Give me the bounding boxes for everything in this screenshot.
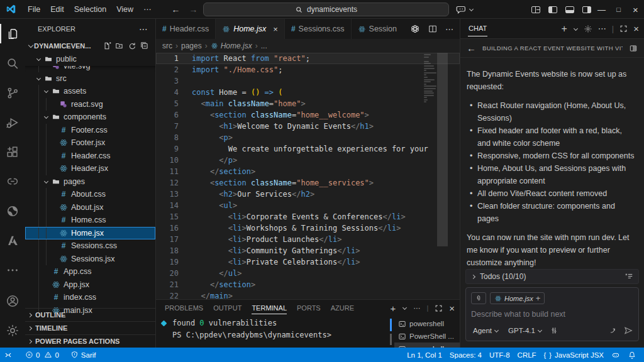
- minimap[interactable]: [424, 54, 436, 104]
- breadcrumb[interactable]: src›pages›Home.jsx›...: [156, 39, 460, 53]
- status-copilot[interactable]: [608, 348, 624, 362]
- scrollbar[interactable]: [437, 53, 448, 246]
- command-center-search[interactable]: dynamicevents: [203, 3, 449, 16]
- toggle-secondary-sidebar-icon[interactable]: [582, 6, 591, 13]
- maximize-panel-icon[interactable]: [619, 25, 628, 33]
- chevron-down-icon[interactable]: [573, 26, 578, 31]
- tree-item-footer-css[interactable]: #Footer.css: [25, 124, 155, 137]
- toggle-panel-icon[interactable]: [565, 6, 574, 13]
- collapse-folders-icon[interactable]: [140, 41, 149, 50]
- tree-item-home-css[interactable]: #Home.css: [25, 214, 155, 227]
- terminal-output[interactable]: found 0 vulnerabilitiesPS C:\ppdev\ready…: [156, 317, 389, 348]
- status-language-mode[interactable]: { }JavaScript JSX: [540, 348, 608, 362]
- customize-layout-icon[interactable]: [531, 6, 540, 13]
- new-folder-icon[interactable]: [115, 41, 124, 50]
- chat-input-box[interactable]: Home.jsx + Describe what to build next A…: [465, 287, 639, 341]
- close-tab-icon[interactable]: ×: [273, 25, 278, 34]
- tab-home-jsx[interactable]: Home.jsx×: [216, 19, 285, 39]
- configure-tools-icon[interactable]: [550, 326, 558, 335]
- refresh-icon[interactable]: [128, 41, 136, 50]
- tree-item-about-jsx[interactable]: About.jsx: [25, 201, 155, 214]
- notifications-bell[interactable]: [624, 348, 640, 362]
- activity-run-debug[interactable]: [0, 107, 25, 137]
- back-arrow-icon[interactable]: ←: [172, 4, 180, 14]
- sidebar-section-outline[interactable]: OUTLINE: [25, 308, 155, 321]
- chat-tab[interactable]: CHAT: [468, 21, 487, 36]
- terminal-instance-powershell[interactable]: powershell: [394, 343, 460, 348]
- tree-item-sessions-jsx[interactable]: Sessions.jsx: [25, 253, 155, 266]
- activity-explorer[interactable]: [0, 19, 25, 48]
- terminal-more-icon[interactable]: ⋯: [413, 304, 420, 312]
- tree-item-header-jsx[interactable]: Header.jsx: [25, 162, 155, 175]
- panel-tab-azure[interactable]: AZURE: [331, 302, 354, 314]
- new-chat-button[interactable]: +: [562, 25, 567, 33]
- activity-accounts[interactable]: [0, 286, 25, 315]
- editor-more-icon[interactable]: ⋯: [445, 25, 453, 34]
- breadcrumb-pages[interactable]: pages: [181, 41, 202, 50]
- tab-header-css[interactable]: #Header.css: [156, 19, 216, 39]
- close-panel-icon[interactable]: ×: [449, 303, 455, 314]
- panel-tab-output[interactable]: OUTPUT: [213, 302, 242, 314]
- activity-power-platform[interactable]: [0, 196, 25, 226]
- code-editor[interactable]: 1import React from "react";2import "./Ho…: [156, 53, 460, 299]
- terminal-instance-powershell[interactable]: PowerShell ...: [394, 330, 460, 343]
- toggle-primary-sidebar-icon[interactable]: [548, 6, 557, 13]
- sarif-indicator[interactable]: Sarif: [67, 348, 100, 362]
- activity-extensions[interactable]: [0, 137, 25, 167]
- new-file-icon[interactable]: [103, 41, 111, 50]
- tree-item-index-css[interactable]: #index.css: [25, 291, 155, 304]
- breadcrumb-src[interactable]: src: [162, 41, 172, 50]
- send-button[interactable]: [623, 326, 633, 336]
- split-editor-icon[interactable]: [428, 24, 438, 34]
- activity-settings[interactable]: [0, 315, 25, 345]
- minimize-button[interactable]: —: [593, 0, 610, 19]
- forward-arrow-icon[interactable]: →: [189, 4, 198, 14]
- activity-search[interactable]: [0, 48, 25, 78]
- panel-tab-problems[interactable]: PROBLEMS: [165, 302, 203, 314]
- gear-icon[interactable]: [584, 25, 592, 33]
- activity-connections[interactable]: [0, 167, 25, 196]
- tree-item-app-jsx[interactable]: App.jsx: [25, 278, 155, 292]
- tree-item-about-css[interactable]: #About.css: [25, 188, 155, 201]
- tree-item-vite-svg[interactable]: vite.svg: [25, 66, 155, 72]
- tree-item-sessions-css[interactable]: #Sessions.css: [25, 239, 155, 253]
- close-panel-icon[interactable]: ×: [633, 23, 639, 34]
- sidebar-section-timeline[interactable]: TIMELINE: [25, 321, 155, 334]
- chevron-down-icon[interactable]: [402, 305, 407, 310]
- panel-tab-ports[interactable]: PORTS: [297, 302, 321, 314]
- tree-folder-assets[interactable]: assets: [25, 85, 155, 98]
- tree-folder-public[interactable]: public: [25, 53, 155, 66]
- tab-sessions-css[interactable]: #Sessions.css: [285, 19, 352, 39]
- activity-source-control[interactable]: [0, 78, 25, 107]
- chat-more-icon[interactable]: ⋯: [598, 24, 606, 33]
- status-encoding[interactable]: UTF-8: [486, 348, 514, 362]
- status-eol[interactable]: CRLF: [514, 348, 540, 362]
- panel-tab-terminal[interactable]: TERMINAL: [252, 302, 287, 314]
- context-chip-home-jsx[interactable]: Home.jsx +: [490, 292, 545, 304]
- maximize-button[interactable]: □: [610, 0, 627, 19]
- agent-mode-picker[interactable]: Agent: [471, 326, 501, 335]
- status-cursor-position[interactable]: Ln 1, Col 1: [403, 348, 446, 362]
- menu-selection[interactable]: Selection: [69, 3, 111, 16]
- menu-edit[interactable]: Edit: [45, 3, 69, 16]
- activity-more[interactable]: [0, 255, 25, 285]
- tree-item-header-css[interactable]: #Header.css: [25, 150, 155, 163]
- tree-item-footer-jsx[interactable]: Footer.jsx: [25, 136, 155, 150]
- maximize-panel-icon[interactable]: [435, 304, 443, 312]
- clear-todos-icon[interactable]: [625, 272, 633, 281]
- sidebar-section-power-pages-actions[interactable]: POWER PAGES ACTIONS: [25, 334, 155, 348]
- tree-folder-components[interactable]: components: [25, 111, 155, 124]
- todos-bar[interactable]: Todos (10/10): [465, 269, 639, 284]
- new-terminal-button[interactable]: +: [391, 303, 396, 314]
- model-picker[interactable]: GPT-4.1: [506, 326, 544, 335]
- terminal-instance-powershell[interactable]: powershell: [394, 317, 460, 330]
- menu-file[interactable]: File: [23, 3, 45, 16]
- close-window-button[interactable]: ×: [627, 0, 644, 19]
- copilot-menu-button[interactable]: [455, 3, 474, 16]
- tree-item-app-css[interactable]: #App.css: [25, 265, 155, 278]
- open-session-to-side-icon[interactable]: [629, 44, 638, 53]
- tree-item-home-jsx[interactable]: Home.jsx: [25, 227, 155, 240]
- menu-view[interactable]: View: [111, 3, 138, 16]
- menu-overflow[interactable]: ⋯: [138, 3, 157, 16]
- tree-folder-src[interactable]: src: [25, 72, 155, 85]
